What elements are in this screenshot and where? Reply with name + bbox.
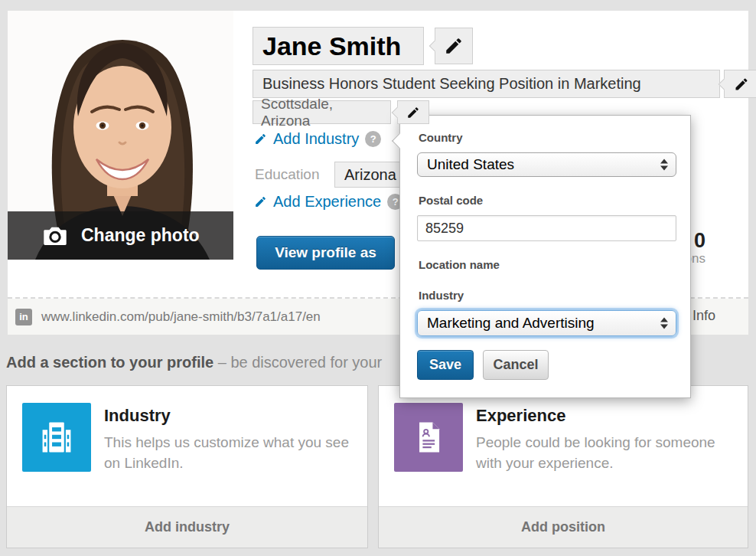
document-icon bbox=[394, 403, 463, 472]
edit-headline-button[interactable] bbox=[724, 70, 756, 98]
card-description: This helps us customize what you see on … bbox=[104, 432, 357, 473]
edit-location-popup: Country United States Postal code Locati… bbox=[399, 115, 691, 398]
cancel-button[interactable]: Cancel bbox=[483, 350, 549, 380]
location-field[interactable]: Scottsdale, Arizona bbox=[253, 100, 391, 124]
industry-suggestion-card: Industry This helps us customize what yo… bbox=[6, 385, 368, 548]
pencil-icon bbox=[444, 36, 464, 56]
industry-selected-value: Marketing and Advertising bbox=[427, 315, 595, 332]
tab-info[interactable]: Info bbox=[692, 308, 715, 324]
add-section-heading-bold: Add a section to your profile bbox=[6, 354, 213, 371]
pencil-icon bbox=[254, 195, 267, 208]
camera-icon bbox=[41, 225, 69, 247]
add-industry-label: Add Industry bbox=[273, 130, 359, 148]
linkedin-in-icon: in bbox=[15, 309, 32, 325]
updown-arrows-icon bbox=[660, 318, 668, 329]
card-title: Industry bbox=[104, 406, 171, 426]
pencil-icon bbox=[254, 132, 267, 146]
country-select[interactable]: United States bbox=[417, 152, 676, 177]
edit-location-button[interactable] bbox=[397, 100, 429, 124]
public-profile-url[interactable]: www.linkedin.com/pub/jane-smith/b3/7a1/a… bbox=[41, 309, 321, 325]
add-experience-link[interactable]: Add Experience ? bbox=[254, 193, 403, 211]
location-name-label: Location name bbox=[419, 258, 500, 271]
industry-select[interactable]: Marketing and Advertising bbox=[417, 310, 676, 336]
profile-photo: Change photo bbox=[8, 11, 233, 260]
change-photo-button[interactable]: Change photo bbox=[8, 211, 233, 260]
building-icon bbox=[22, 403, 91, 472]
add-industry-action-button[interactable]: Add industry bbox=[7, 506, 367, 548]
pencil-icon bbox=[406, 106, 420, 119]
card-title: Experience bbox=[476, 406, 565, 426]
education-label: Education bbox=[255, 166, 320, 183]
view-profile-as-button[interactable]: View profile as bbox=[256, 236, 395, 270]
save-button[interactable]: Save bbox=[417, 350, 474, 380]
change-photo-label: Change photo bbox=[81, 225, 200, 246]
headline-field[interactable]: Business Honors Student Seeking Position… bbox=[253, 70, 720, 98]
postal-code-input[interactable] bbox=[417, 215, 676, 241]
pencil-icon bbox=[734, 77, 749, 92]
country-label: Country bbox=[419, 131, 463, 144]
add-experience-label: Add Experience bbox=[273, 193, 381, 211]
add-section-heading-rest: – be discovered for your bbox=[213, 354, 382, 371]
country-selected-value: United States bbox=[427, 156, 514, 173]
card-description: People could be looking for someone with… bbox=[476, 432, 728, 473]
name-field[interactable]: Jane Smith bbox=[253, 27, 424, 65]
industry-label: Industry bbox=[419, 289, 464, 302]
updown-arrows-icon bbox=[660, 159, 668, 171]
add-position-action-button[interactable]: Add position bbox=[379, 506, 748, 548]
linkedin-profile-edit-page: Change photo Jane Smith Business Honors … bbox=[0, 0, 756, 556]
postal-code-label: Postal code bbox=[419, 194, 483, 207]
add-section-heading: Add a section to your profile – be disco… bbox=[6, 354, 382, 371]
help-icon[interactable]: ? bbox=[365, 131, 381, 147]
add-industry-link[interactable]: Add Industry ? bbox=[254, 130, 381, 148]
experience-suggestion-card: Experience People could be looking for s… bbox=[378, 385, 748, 548]
edit-name-button[interactable] bbox=[435, 28, 473, 64]
